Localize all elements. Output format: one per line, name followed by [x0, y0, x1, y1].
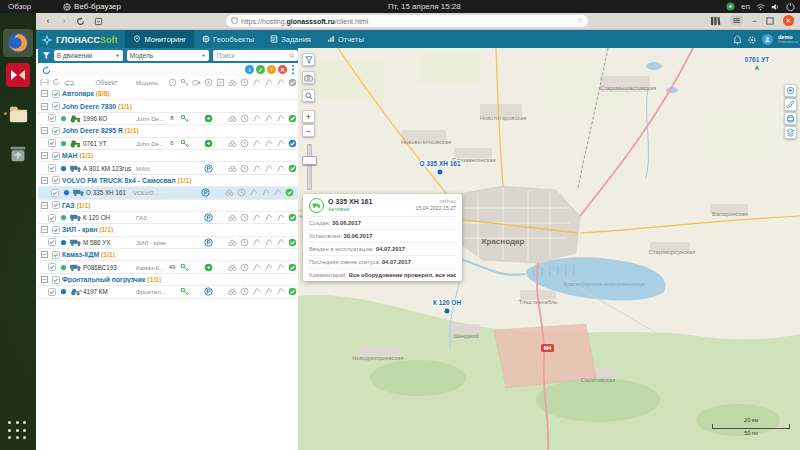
- track-icon[interactable]: [262, 238, 274, 247]
- history-clock-icon[interactable]: [238, 287, 250, 296]
- forward-button[interactable]: ›: [58, 15, 70, 27]
- row-checkbox[interactable]: [46, 238, 58, 246]
- locate-binoculars-icon[interactable]: [226, 164, 238, 173]
- vehicle-row[interactable]: М 586 УХЗИЛ - кран: [38, 237, 298, 249]
- map-area[interactable]: М4 СтаромышастовскаяНовотитаровскаяНовов…: [298, 48, 800, 450]
- vehicle-row[interactable]: К 120 ОНГАЗ: [38, 212, 298, 224]
- bookmark-star-icon[interactable]: ☆: [577, 17, 583, 25]
- vehicle-row[interactable]: 4197 КМФронтал...: [38, 286, 298, 298]
- group-row[interactable]: Фронтальный погрузчик (1/1): [38, 274, 298, 286]
- locate-binoculars-icon[interactable]: [226, 287, 238, 296]
- expand-icon[interactable]: [38, 127, 50, 134]
- vehicle-row[interactable]: 0761 УТJohn De...6: [38, 138, 298, 150]
- expand-icon[interactable]: [38, 103, 50, 110]
- track-icon[interactable]: [274, 213, 286, 222]
- dock-item-browser[interactable]: [3, 29, 33, 57]
- track-icon[interactable]: [250, 238, 262, 247]
- group-checkbox[interactable]: [50, 276, 62, 284]
- back-button[interactable]: ‹: [42, 15, 54, 27]
- row-checkbox[interactable]: [46, 164, 58, 172]
- menu-icon[interactable]: [730, 15, 743, 26]
- track-icon[interactable]: [274, 238, 286, 247]
- dock-item-dc-app[interactable]: [3, 61, 33, 89]
- clock[interactable]: Пт, 15 апреля 15:28: [388, 2, 461, 11]
- map-filter-button[interactable]: [302, 53, 315, 66]
- search-input[interactable]: Поиск: [213, 50, 298, 61]
- group-checkbox[interactable]: [50, 90, 62, 98]
- col-route-icon[interactable]: [262, 78, 274, 87]
- track-icon[interactable]: [250, 114, 262, 123]
- pages-button[interactable]: [92, 15, 104, 27]
- group-checkbox[interactable]: [50, 152, 62, 160]
- header-refresh-icon[interactable]: [50, 78, 62, 86]
- expand-icon[interactable]: [38, 226, 50, 233]
- group-checkbox[interactable]: [50, 201, 62, 209]
- column-model[interactable]: Модель: [136, 79, 166, 86]
- library-icon[interactable]: [710, 16, 721, 26]
- group-row[interactable]: Автопарк (8/8): [38, 88, 298, 100]
- track-icon[interactable]: [274, 287, 286, 296]
- group-row[interactable]: VOLVO FM TRUCK 8x4 - Самосвал (1/1): [38, 175, 298, 187]
- locate-binoculars-icon[interactable]: [223, 188, 235, 197]
- tab-monitor[interactable]: Мониторинг: [125, 30, 194, 49]
- zoom-in-button[interactable]: +: [302, 110, 315, 123]
- row-checkbox[interactable]: [46, 114, 58, 122]
- track-icon[interactable]: [250, 263, 262, 272]
- group-checkbox[interactable]: [50, 127, 62, 135]
- track-icon[interactable]: [262, 213, 274, 222]
- group-row[interactable]: ЗИЛ - кран (1/1): [38, 224, 298, 236]
- row-checkbox[interactable]: [46, 288, 58, 296]
- row-checkbox[interactable]: [49, 189, 61, 197]
- track-icon[interactable]: [262, 287, 274, 296]
- col-binoculars-icon[interactable]: [226, 78, 238, 87]
- col-camera-icon[interactable]: [190, 78, 202, 87]
- tab-reports[interactable]: Отчеты: [319, 30, 372, 49]
- col-frame-icon[interactable]: [214, 78, 226, 87]
- reload-button[interactable]: [74, 15, 86, 27]
- history-clock-icon[interactable]: [238, 263, 250, 272]
- history-clock-icon[interactable]: [238, 114, 250, 123]
- history-clock-icon[interactable]: [238, 238, 250, 247]
- group-checkbox[interactable]: [50, 251, 62, 259]
- tab-globe[interactable]: Геообъекты: [194, 30, 262, 49]
- filter-funnel-icon[interactable]: [42, 51, 51, 60]
- track-icon[interactable]: [274, 164, 286, 173]
- track-icon[interactable]: [247, 188, 259, 197]
- history-clock-icon[interactable]: [238, 139, 250, 148]
- zoom-slider-track[interactable]: [307, 144, 312, 190]
- group-checkbox[interactable]: [50, 102, 62, 110]
- map-tool-track-button[interactable]: [784, 84, 797, 97]
- expand-icon[interactable]: [38, 276, 50, 283]
- settings-gear-icon[interactable]: [747, 35, 757, 45]
- history-clock-icon[interactable]: [238, 164, 250, 173]
- group-row[interactable]: Камаз-КДМ (1/1): [38, 249, 298, 261]
- expand-icon[interactable]: [38, 177, 50, 184]
- count-ok[interactable]: ✓: [256, 65, 265, 74]
- zoom-out-button[interactable]: −: [302, 124, 315, 137]
- dock-item-files[interactable]: [3, 100, 33, 128]
- track-icon[interactable]: [274, 263, 286, 272]
- brand-logo[interactable]: ГЛОНАССSoft: [41, 34, 117, 46]
- dock-item-trash[interactable]: [3, 140, 33, 168]
- maximize-button[interactable]: [766, 17, 774, 25]
- notifications-bell-icon[interactable]: [733, 35, 742, 45]
- zoom-slider-handle[interactable]: [302, 156, 317, 165]
- row-checkbox[interactable]: [46, 263, 58, 271]
- expand-icon[interactable]: [38, 251, 50, 258]
- group-row[interactable]: John Deere 8295 R (1/1): [38, 125, 298, 137]
- map-tool-print-button[interactable]: [784, 112, 797, 125]
- locate-binoculars-icon[interactable]: [226, 238, 238, 247]
- locate-binoculars-icon[interactable]: [226, 114, 238, 123]
- locate-binoculars-icon[interactable]: [226, 213, 238, 222]
- expand-icon[interactable]: [38, 90, 50, 97]
- track-icon[interactable]: [262, 263, 274, 272]
- column-object[interactable]: Объект: [77, 79, 136, 86]
- vehicle-row[interactable]: А 801 КМ 123rusMAN: [38, 162, 298, 174]
- track-icon[interactable]: [271, 188, 283, 197]
- row-checkbox[interactable]: [46, 139, 58, 147]
- col-check-icon[interactable]: [286, 78, 298, 87]
- close-button[interactable]: ✕: [783, 15, 794, 26]
- vehicle-row[interactable]: 1996 КОJohn De...8: [38, 113, 298, 125]
- col-nav-icon[interactable]: [202, 78, 214, 87]
- focused-app[interactable]: Веб-браузер: [63, 2, 121, 11]
